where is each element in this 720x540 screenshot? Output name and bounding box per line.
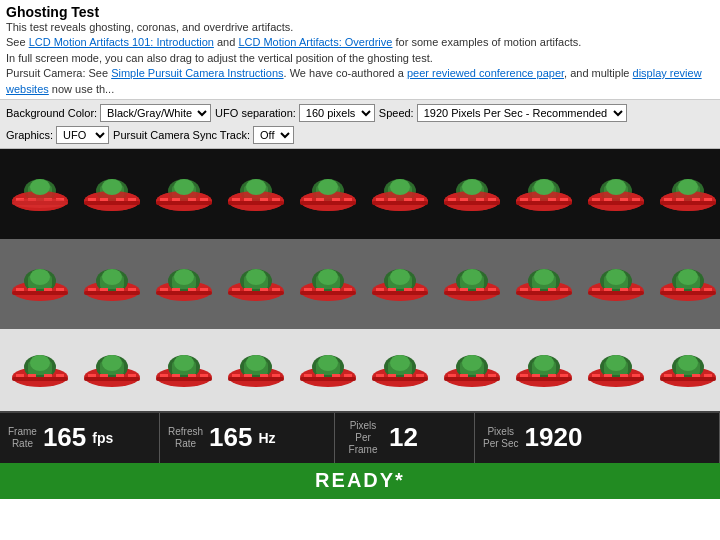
svg-point-79 — [534, 179, 554, 195]
svg-point-69 — [462, 179, 482, 195]
svg-point-252 — [462, 355, 482, 371]
svg-rect-136 — [228, 291, 284, 295]
graphics-select[interactable]: UFO None — [56, 126, 109, 144]
pixels-per-frame-value: 12 — [389, 422, 418, 453]
svg-point-117 — [102, 269, 122, 285]
stat-frame-rate: FrameRate 165 fps — [0, 413, 160, 463]
pixels-per-sec-label: PixelsPer Sec — [483, 426, 519, 450]
bg-color-select[interactable]: Black/Gray/White Black White Gray — [100, 104, 211, 122]
svg-rect-208 — [84, 377, 140, 381]
svg-rect-90 — [588, 201, 644, 205]
ufo-sprite — [76, 259, 148, 309]
description-line3: In full screen mode, you can also drag t… — [6, 51, 714, 66]
ufo-sprite — [364, 169, 436, 219]
controls-bar: Background Color: Black/Gray/White Black… — [0, 100, 720, 149]
svg-point-135 — [246, 269, 266, 285]
link-camera[interactable]: Simple Pursuit Camera Instructions — [111, 67, 283, 79]
svg-rect-40 — [228, 201, 284, 205]
svg-rect-80 — [516, 201, 572, 205]
sync-label: Pursuit Camera Sync Track: — [113, 129, 250, 141]
ufo-sprite — [148, 259, 220, 309]
refresh-rate-value: 165 — [209, 422, 252, 453]
frame-rate-unit: fps — [92, 430, 113, 446]
stat-refresh-rate: RefreshRate 165 Hz — [160, 413, 335, 463]
svg-point-126 — [174, 269, 194, 285]
ufo-sep-select[interactable]: 160 pixels 120 pixels 200 pixels — [299, 104, 375, 122]
ready-bar: READY* — [0, 463, 720, 499]
svg-point-108 — [30, 269, 50, 285]
stat-pixels-per-sec: PixelsPer Sec 1920 — [475, 413, 720, 463]
svg-rect-181 — [588, 291, 644, 295]
animation-area — [0, 149, 720, 411]
svg-point-19 — [102, 179, 122, 195]
svg-rect-30 — [156, 201, 212, 205]
svg-point-144 — [318, 269, 338, 285]
ufo-sprite — [4, 169, 76, 219]
svg-point-216 — [174, 355, 194, 371]
ufo-sprite — [508, 169, 580, 219]
graphics-control: Graphics: UFO None — [6, 126, 109, 144]
svg-point-270 — [606, 355, 626, 371]
pixels-per-sec-value: 1920 — [525, 422, 583, 453]
svg-point-49 — [318, 179, 338, 195]
svg-point-189 — [678, 269, 698, 285]
ufo-sprite — [4, 345, 76, 395]
sync-select[interactable]: Off On — [253, 126, 294, 144]
strip-black — [0, 149, 720, 239]
svg-rect-271 — [588, 377, 644, 381]
ufo-sprite — [580, 259, 652, 309]
svg-rect-127 — [156, 291, 212, 295]
header-section: Ghosting Test This test reveals ghosting… — [0, 0, 720, 100]
svg-point-261 — [534, 355, 554, 371]
ufo-sprite — [220, 345, 292, 395]
pixels-per-frame-label: PixelsPer Frame — [343, 420, 383, 456]
ufo-sprite — [436, 259, 508, 309]
ufo-sprite — [292, 169, 364, 219]
link-paper[interactable]: peer reviewed conference paper — [407, 67, 564, 79]
svg-point-153 — [390, 269, 410, 285]
frame-rate-label: FrameRate — [8, 426, 37, 450]
svg-rect-118 — [84, 291, 140, 295]
ufo-sep-control: UFO separation: 160 pixels 120 pixels 20… — [215, 104, 375, 122]
svg-point-59 — [390, 179, 410, 195]
speed-select[interactable]: 1920 Pixels Per Sec - Recommended 960 Pi… — [417, 104, 627, 122]
svg-rect-199 — [12, 377, 68, 381]
svg-rect-172 — [516, 291, 572, 295]
svg-rect-280 — [660, 377, 716, 381]
link-intro[interactable]: LCD Motion Artifacts 101: Introduction — [29, 36, 214, 48]
svg-point-171 — [534, 269, 554, 285]
stat-pixels-per-frame: PixelsPer Frame 12 — [335, 413, 475, 463]
description-line2: See LCD Motion Artifacts 101: Introducti… — [6, 35, 714, 50]
svg-rect-235 — [300, 377, 356, 381]
ufo-sprite — [580, 169, 652, 219]
svg-rect-262 — [516, 377, 572, 381]
svg-rect-50 — [300, 201, 356, 205]
graphics-label: Graphics: — [6, 129, 53, 141]
ufo-sep-label: UFO separation: — [215, 107, 296, 119]
ufo-sprite — [220, 169, 292, 219]
svg-rect-253 — [444, 377, 500, 381]
bg-color-control: Background Color: Black/Gray/White Black… — [6, 104, 211, 122]
ufo-sprite — [364, 345, 436, 395]
ufo-sprite — [652, 169, 720, 219]
ufo-sprite — [364, 259, 436, 309]
svg-rect-217 — [156, 377, 212, 381]
strip-white — [0, 329, 720, 411]
ufo-sprite — [652, 345, 720, 395]
ufo-sprite — [292, 259, 364, 309]
svg-point-243 — [390, 355, 410, 371]
svg-point-180 — [606, 269, 626, 285]
strip-gray — [0, 239, 720, 329]
svg-rect-226 — [228, 377, 284, 381]
svg-point-162 — [462, 269, 482, 285]
ufo-sprite — [580, 345, 652, 395]
ufo-sprite — [436, 169, 508, 219]
svg-point-89 — [606, 179, 626, 195]
ufo-sprite — [508, 345, 580, 395]
ufo-sprite — [148, 345, 220, 395]
svg-rect-145 — [300, 291, 356, 295]
svg-rect-190 — [660, 291, 716, 295]
sync-control: Pursuit Camera Sync Track: Off On — [113, 126, 294, 144]
svg-rect-100 — [660, 201, 716, 205]
link-overdrive[interactable]: LCD Motion Artifacts: Overdrive — [238, 36, 392, 48]
